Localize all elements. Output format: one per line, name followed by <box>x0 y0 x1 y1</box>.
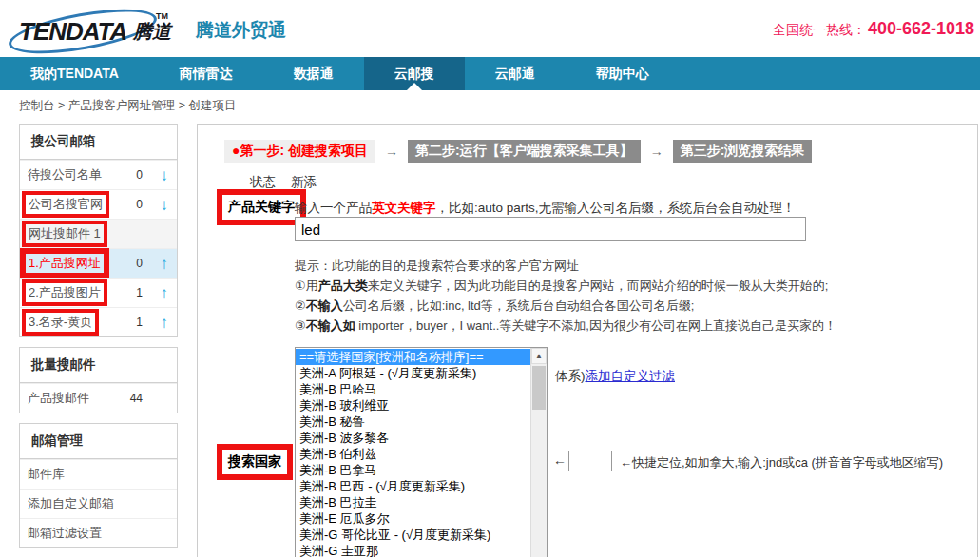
sidebar-section-title: 批量搜邮件 <box>20 348 177 383</box>
custom-filter-prefix: 体系) <box>555 369 586 383</box>
country-option[interactable]: ==请选择国家[按洲和名称排序]== <box>296 349 530 365</box>
left-arrow-glyph: ← <box>553 452 567 468</box>
country-option[interactable]: 美洲-B 巴哈马 <box>296 381 530 397</box>
tips-title: 提示：此功能的目的是搜索符合要求的客户官方网址 <box>295 256 836 276</box>
step-badge-1[interactable]: ●第一步: 创建搜索项目 <box>224 140 375 163</box>
up-arrow-icon: ↑ <box>161 285 169 301</box>
sidebar-item-mail-library[interactable]: 邮件库 <box>20 459 177 489</box>
sidebar-section: 搜公司邮箱待搜公司名单0↓公司名搜官网0↓网址搜邮件 11.产品搜网址0↑2.产… <box>19 124 178 337</box>
country-option[interactable]: 美洲-G 哥伦比亚 - (√月度更新采集) <box>296 527 530 543</box>
sidebar-item-label: 3.名录-黄页 <box>22 309 99 336</box>
up-arrow-icon: ↑ <box>161 315 169 331</box>
nav-tab-my-tendata[interactable]: 我的TENDATA <box>0 57 149 90</box>
sidebar-item-label: 公司名搜官网 <box>22 191 109 218</box>
sidebar-item-url-search-mail[interactable]: 网址搜邮件 1 <box>20 219 177 248</box>
tendata-logo[interactable]: TENDATA 腾道 TM <box>11 10 173 51</box>
step-badge-2[interactable]: 第二步:运行【客户端搜索采集工具】 <box>408 140 641 163</box>
step-badge-3[interactable]: 第三步:浏览搜索结果 <box>673 140 813 163</box>
quick-locate-input[interactable] <box>568 451 612 471</box>
keyword-hint-emphasis: 英文关键字 <box>372 201 436 215</box>
sidebar-item-directory-yellow-pages[interactable]: 3.名录-黄页1↑ <box>20 307 177 336</box>
sidebar-item-label: 2.产品搜图片 <box>22 279 107 306</box>
nav-tab-business-radar[interactable]: 商情雷达 <box>149 57 263 90</box>
sidebar: 搜公司邮箱待搜公司名单0↓公司名搜官网0↓网址搜邮件 11.产品搜网址0↑2.产… <box>19 124 178 557</box>
country-option[interactable]: 美洲-B 巴拿马 <box>296 462 530 478</box>
status-value: 新添 <box>291 175 317 189</box>
sidebar-item-mailbox-filter-settings[interactable]: 邮箱过滤设置 <box>20 518 177 547</box>
header-divider <box>183 15 183 42</box>
tips-block: 提示：此功能的目的是搜索符合要求的客户官方网址①用产品大类来定义关键字，因为此功… <box>295 256 836 336</box>
sidebar-item-label: 添加自定义邮箱 <box>28 495 114 512</box>
sidebar-item-product-search-image[interactable]: 2.产品搜图片1↑ <box>20 278 177 307</box>
sidebar-section-title: 搜公司邮箱 <box>20 125 177 160</box>
country-option[interactable]: 美洲-B 玻利维亚 <box>296 397 530 413</box>
country-label: 搜索国家 <box>217 444 293 480</box>
product-name: 腾道外贸通 <box>196 18 286 43</box>
dropdown-scrollbar[interactable]: ▲ <box>530 348 547 557</box>
main-nav: 我的TENDATA商情雷达数据通云邮搜云邮通帮助中心 <box>0 57 980 90</box>
nav-tab-datatong[interactable]: 数据通 <box>263 57 364 90</box>
country-option[interactable]: 美洲-B 伯利兹 <box>296 446 530 462</box>
logo-suffix: 腾道 <box>133 19 171 45</box>
keyword-hint-prefix: 输入一个产品 <box>295 201 372 215</box>
sidebar-item-count: 1 <box>136 316 143 329</box>
country-option[interactable]: 美洲-B 秘鲁 <box>296 413 530 430</box>
sidebar-item-count: 0 <box>136 257 143 270</box>
scrollbar-thumb[interactable] <box>532 366 546 410</box>
keyword-hint-suffix: ，比如:auto parts,无需输入公司名后缀，系统后台会自动处理！ <box>436 201 796 215</box>
hotline-label: 全国统一热线： <box>773 22 866 37</box>
sidebar-item-label: 1.产品搜网址 <box>20 248 109 278</box>
active-tab-caret-icon <box>407 83 422 90</box>
sidebar-item-count: 0 <box>136 198 143 211</box>
hotline: 全国统一热线：400-662-1018 <box>773 19 974 39</box>
step-arrow-icon: → <box>641 144 673 159</box>
sidebar-item-count: 1 <box>136 286 143 299</box>
status-label: 状态 <box>250 175 276 189</box>
sidebar-item-product-search-url[interactable]: 1.产品搜网址0↑ <box>20 248 177 278</box>
tips-line-1: ①用产品大类来定义关键字，因为此功能目的是搜客户网站，而网站介绍的时候一般从大类… <box>295 276 836 296</box>
sidebar-item-company-name-search-site[interactable]: 公司名搜官网0↓ <box>20 189 177 219</box>
tips-line-2: ②不输入公司名后缀，比如:inc, ltd等，系统后台自动组合各国公司名后缀; <box>295 296 836 316</box>
keyword-input[interactable] <box>295 217 806 241</box>
country-option[interactable]: 美洲-G 圭亚那 <box>296 543 530 557</box>
sidebar-item-product-search-mail[interactable]: 产品搜邮件44 <box>20 383 177 413</box>
up-arrow-icon: ↑ <box>161 256 169 272</box>
sidebar-item-label: 待搜公司名单 <box>28 166 102 183</box>
down-arrow-icon: ↓ <box>161 167 169 183</box>
main-panel: ●第一步: 创建搜索项目→第二步:运行【客户端搜索采集工具】→第三步:浏览搜索结… <box>197 124 978 557</box>
keyword-label: 产品关键字 <box>217 189 306 225</box>
country-dropdown: ==请选择国家[按洲和名称排序]==美洲-A 阿根廷 - (√月度更新采集)美洲… <box>295 347 548 557</box>
sidebar-item-label: 产品搜邮件 <box>28 390 89 407</box>
logo-trademark: TM <box>156 11 168 21</box>
hotline-number: 400-662-1018 <box>868 19 974 38</box>
add-custom-filter-link[interactable]: 添加自定义过滤 <box>586 369 676 383</box>
country-option[interactable]: 美洲-B 波多黎各 <box>296 430 530 446</box>
nav-tab-cloud-mail-search[interactable]: 云邮搜 <box>364 57 465 90</box>
country-option[interactable]: 美洲-B 巴西 - (√月度更新采集) <box>296 478 530 494</box>
breadcrumb[interactable]: 控制台 > 产品搜客户网址管理 > 创建项目 <box>19 98 237 114</box>
sidebar-item-count: 0 <box>136 168 143 182</box>
country-option[interactable]: 美洲-B 巴拉圭 <box>296 494 530 510</box>
sidebar-section: 邮箱管理邮件库添加自定义邮箱邮箱过滤设置 <box>19 423 178 548</box>
sidebar-section: 批量搜邮件产品搜邮件44 <box>19 347 178 413</box>
logo-text: TENDATA <box>19 17 126 47</box>
sidebar-item-add-custom-mailbox[interactable]: 添加自定义邮箱 <box>20 489 177 518</box>
steps-bar: ●第一步: 创建搜索项目→第二步:运行【客户端搜索采集工具】→第三步:浏览搜索结… <box>224 140 812 163</box>
nav-tab-cloud-mail-send[interactable]: 云邮通 <box>465 57 566 90</box>
country-option[interactable]: 美洲-A 阿根廷 - (√月度更新采集) <box>296 365 530 381</box>
sidebar-item-label: 网址搜邮件 1 <box>22 221 107 247</box>
quick-locate-hint: ←快捷定位,如加拿大,输入:jnd或ca (拼音首字母或地区缩写) <box>620 454 943 471</box>
nav-tab-help-center[interactable]: 帮助中心 <box>566 57 680 90</box>
step-arrow-icon: → <box>375 144 408 159</box>
top-header: TENDATA 腾道 TM 腾道外贸通 全国统一热线：400-662-1018 <box>0 0 980 57</box>
sidebar-item-pending-company-list[interactable]: 待搜公司名单0↓ <box>20 160 177 189</box>
sidebar-section-title: 邮箱管理 <box>20 424 177 459</box>
sidebar-item-label: 邮箱过滤设置 <box>28 525 102 542</box>
down-arrow-icon: ↓ <box>161 197 169 213</box>
country-option[interactable]: 美洲-E 厄瓜多尔 <box>296 510 530 527</box>
sidebar-item-label: 邮件库 <box>28 466 65 483</box>
tips-line-3: ③不输入如 importer，buyer，I want..等关键字不添加,因为很… <box>295 316 836 336</box>
keyword-hint: 输入一个产品英文关键字，比如:auto parts,无需输入公司名后缀，系统后台… <box>295 200 796 217</box>
custom-filter-line: 体系)添加自定义过滤 <box>555 368 675 385</box>
scroll-up-icon[interactable]: ▲ <box>531 348 547 364</box>
